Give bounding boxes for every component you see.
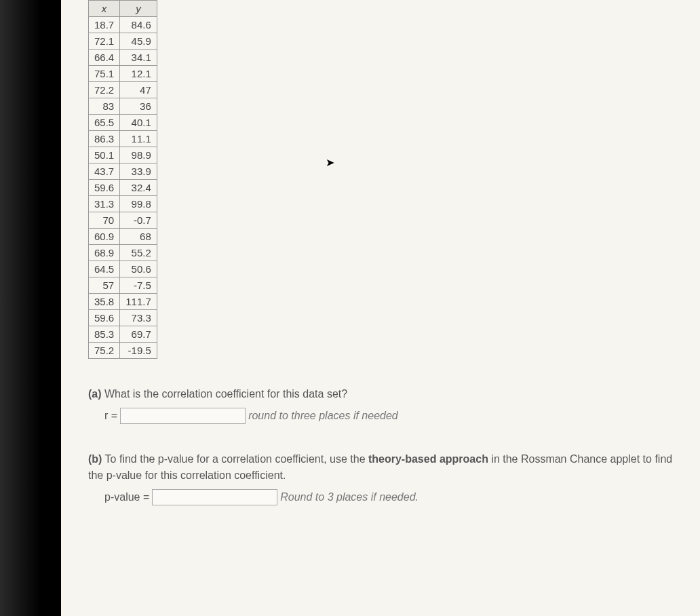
monitor-bezel-outer (0, 0, 41, 616)
table-row: 50.198.9 (89, 147, 157, 163)
table-cell: -0.7 (120, 212, 157, 229)
table-cell: 60.9 (89, 229, 120, 245)
question-b-var: p-value = (104, 489, 149, 505)
monitor-bezel-inner (41, 0, 61, 616)
correlation-input[interactable] (120, 408, 246, 424)
table-row: 85.369.7 (89, 326, 157, 343)
table-row: 75.2-19.5 (89, 343, 157, 359)
table-cell: 111.7 (120, 294, 157, 310)
table-row: 65.540.1 (89, 115, 157, 131)
question-b-text1: To find the p-value for a correlation co… (105, 453, 368, 465)
table-cell: -19.5 (120, 343, 157, 359)
table-cell: 72.1 (89, 33, 120, 50)
table-cell: 66.4 (89, 50, 120, 66)
question-a-label: (a) (88, 388, 102, 400)
data-table: x y 18.784.672.145.966.434.175.112.172.2… (88, 0, 157, 359)
table-cell: 70 (89, 212, 120, 229)
table-cell: 50.6 (120, 261, 157, 277)
table-cell: 65.5 (89, 115, 120, 131)
question-a: (a) What is the correlation coefficient … (88, 386, 686, 424)
table-row: 75.112.1 (89, 66, 157, 82)
table-cell: 36 (120, 98, 157, 115)
table-cell: 83 (89, 98, 120, 115)
table-cell: 50.1 (89, 147, 120, 163)
table-row: 18.784.6 (89, 17, 157, 33)
table-cell: 75.1 (89, 66, 120, 82)
table-cell: 64.5 (89, 261, 120, 277)
table-row: 35.8111.7 (89, 294, 157, 310)
table-row: 72.247 (89, 82, 157, 98)
table-cell: 99.8 (120, 196, 157, 212)
table-row: 59.673.3 (89, 310, 157, 326)
question-b-hint: Round to 3 places if needed. (280, 489, 419, 505)
table-cell: 84.6 (120, 17, 157, 33)
table-cell: 72.2 (89, 82, 120, 98)
table-row: 66.434.1 (89, 50, 157, 66)
table-row: 43.733.9 (89, 163, 157, 180)
table-cell: 98.9 (120, 147, 157, 163)
table-cell: 31.3 (89, 196, 120, 212)
col-header-y: y (120, 1, 157, 17)
table-cell: 57 (89, 277, 120, 294)
table-cell: 69.7 (120, 326, 157, 343)
table-cell: 86.3 (89, 131, 120, 147)
table-cell: 55.2 (120, 245, 157, 261)
table-row: 57-7.5 (89, 277, 157, 294)
table-cell: 59.6 (89, 180, 120, 196)
table-cell: 59.6 (89, 310, 120, 326)
question-b: (b) To find the p-value for a correlatio… (88, 451, 686, 505)
table-row: 70-0.7 (89, 212, 157, 229)
table-cell: -7.5 (120, 277, 157, 294)
question-a-var: r = (104, 408, 117, 424)
table-cell: 85.3 (89, 326, 120, 343)
table-cell: 68 (120, 229, 157, 245)
question-a-hint: round to three places if needed (248, 408, 398, 424)
table-row: 64.550.6 (89, 261, 157, 277)
table-cell: 11.1 (120, 131, 157, 147)
col-header-x: x (89, 1, 120, 17)
table-cell: 12.1 (120, 66, 157, 82)
table-cell: 33.9 (120, 163, 157, 180)
table-row: 8336 (89, 98, 157, 115)
question-b-label: (b) (88, 453, 102, 465)
pvalue-input[interactable] (152, 489, 277, 505)
question-b-bold: theory-based approach (368, 453, 488, 465)
table-cell: 68.9 (89, 245, 120, 261)
table-cell: 43.7 (89, 163, 120, 180)
page-content: ➤ x y 18.784.672.145.966.434.175.112.172… (61, 0, 700, 616)
table-row: 60.968 (89, 229, 157, 245)
table-cell: 18.7 (89, 17, 120, 33)
table-cell: 75.2 (89, 343, 120, 359)
table-row: 59.632.4 (89, 180, 157, 196)
question-a-text: What is the correlation coefficient for … (104, 388, 347, 400)
table-cell: 34.1 (120, 50, 157, 66)
table-cell: 47 (120, 82, 157, 98)
table-row: 86.311.1 (89, 131, 157, 147)
cursor-icon: ➤ (326, 156, 334, 169)
table-cell: 45.9 (120, 33, 157, 50)
table-cell: 35.8 (89, 294, 120, 310)
table-row: 72.145.9 (89, 33, 157, 50)
table-cell: 73.3 (120, 310, 157, 326)
table-row: 31.399.8 (89, 196, 157, 212)
table-cell: 40.1 (120, 115, 157, 131)
table-row: 68.955.2 (89, 245, 157, 261)
table-cell: 32.4 (120, 180, 157, 196)
table-body: 18.784.672.145.966.434.175.112.172.24783… (89, 17, 157, 359)
